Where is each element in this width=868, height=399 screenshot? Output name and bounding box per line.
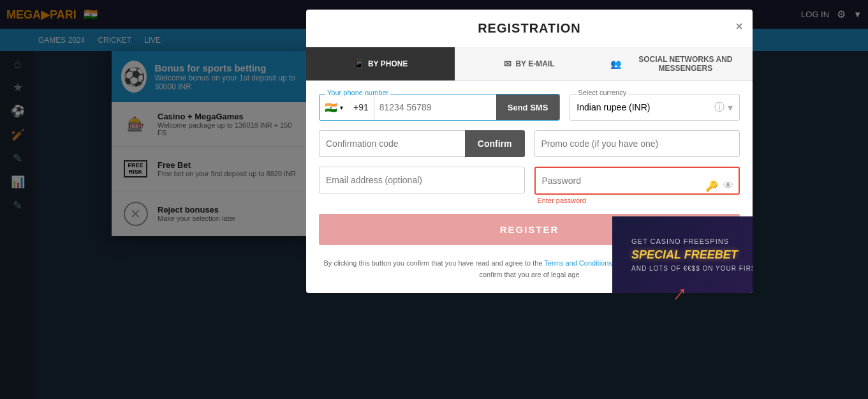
- currency-label: Select currency: [576, 89, 628, 96]
- social-tab-icon: 👥: [610, 59, 621, 69]
- promo-code-input[interactable]: [534, 130, 740, 157]
- currency-select-input[interactable]: Indian rupee (INR): [577, 94, 714, 120]
- phone-label: Your phone number: [325, 89, 390, 96]
- flag-emoji: 🇮🇳: [325, 102, 337, 114]
- banner-text: GET CASINO FREESPINS SPECIAL FREEBET AND…: [631, 237, 753, 272]
- confirm-button[interactable]: Confirm: [465, 130, 525, 157]
- phone-country-code: +91: [348, 94, 374, 120]
- modal-tabs: 📱 BY PHONE ✉ BY E-MAIL 👥 SOCIAL NETWORKS…: [306, 47, 753, 81]
- email-tab-icon: ✉: [504, 59, 511, 69]
- promo-group: [534, 130, 740, 157]
- phone-number-input[interactable]: [374, 94, 496, 120]
- tab-social[interactable]: 👥 SOCIAL NETWORKS AND MESSENGERS: [604, 47, 753, 80]
- tab-by-phone[interactable]: 📱 BY PHONE: [306, 47, 455, 80]
- password-eye-icon[interactable]: 👁: [723, 180, 733, 192]
- currency-dropdown-icon: ▾: [728, 102, 733, 114]
- email-group: [319, 167, 525, 204]
- tab-by-phone-label: BY PHONE: [368, 59, 408, 68]
- password-group: 🔑 👁 Enter password: [534, 167, 740, 204]
- banner-top-line: GET CASINO FREESPINS: [631, 237, 753, 245]
- tab-by-email[interactable]: ✉ BY E-MAIL: [455, 47, 603, 80]
- confirm-promo-row: Confirm: [319, 130, 740, 157]
- terms-conditions-link[interactable]: Terms and Conditions: [544, 259, 612, 267]
- phone-currency-row: Your phone number 🇮🇳 ▾ +91 Send SMS Sele…: [319, 94, 740, 121]
- currency-info-icon[interactable]: ⓘ: [714, 101, 725, 114]
- modal-header: REGISTRATION ×: [306, 10, 753, 47]
- currency-selector[interactable]: Indian rupee (INR) ⓘ ▾: [570, 94, 740, 121]
- modal-title: REGISTRATION: [478, 21, 581, 36]
- phone-tab-icon: 📱: [353, 59, 364, 69]
- banner-bottom-line: AND LOTS OF €€$$ ON YOUR FIRST DEPOSIT: [631, 265, 753, 272]
- send-sms-button[interactable]: Send SMS: [496, 94, 560, 120]
- phone-group: Your phone number 🇮🇳 ▾ +91 Send SMS: [319, 94, 560, 121]
- tab-by-email-label: BY E-MAIL: [515, 59, 554, 68]
- password-error-text: Enter password: [534, 197, 740, 204]
- close-button[interactable]: ×: [735, 19, 743, 34]
- terms-prefix: By clicking this button you confirm that…: [324, 259, 543, 267]
- confirmation-group: Confirm: [319, 130, 525, 157]
- banner-main-line: SPECIAL FREEBET: [631, 248, 753, 262]
- password-key-icon[interactable]: 🔑: [705, 179, 718, 192]
- flag-dropdown-icon: ▾: [340, 104, 343, 111]
- phone-flag-selector[interactable]: 🇮🇳 ▾: [320, 94, 348, 120]
- email-input[interactable]: [319, 167, 525, 193]
- currency-group: Select currency Indian rupee (INR) ⓘ ▾: [570, 94, 740, 121]
- phone-input-row: 🇮🇳 ▾ +91 Send SMS: [319, 94, 560, 121]
- confirmation-code-input[interactable]: [319, 130, 465, 157]
- tab-social-label: SOCIAL NETWORKS AND MESSENGERS: [625, 55, 746, 73]
- password-icons: 🔑 👁: [705, 179, 733, 192]
- email-password-row: 🔑 👁 Enter password: [319, 167, 740, 204]
- registration-modal: REGISTRATION × 📱 BY PHONE ✉ BY E-MAIL 👥 …: [306, 10, 753, 293]
